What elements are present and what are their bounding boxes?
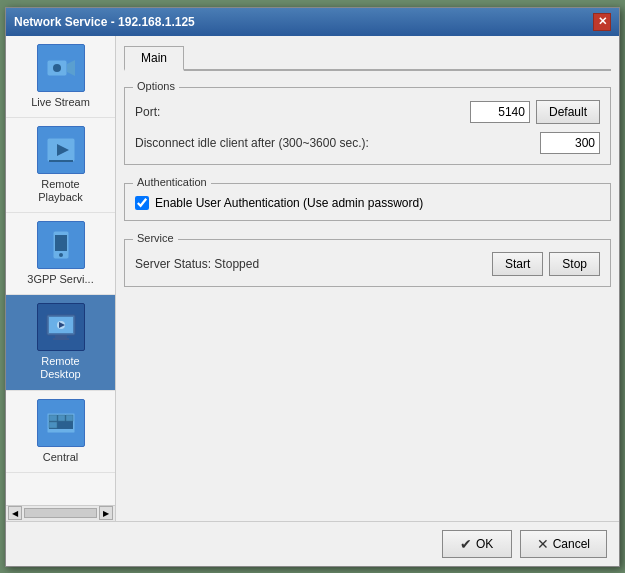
sidebar-item-label: RemotePlayback: [38, 178, 83, 204]
svg-marker-1: [67, 60, 75, 76]
window-title: Network Service - 192.168.1.125: [14, 15, 195, 29]
stop-button[interactable]: Stop: [549, 252, 600, 276]
sidebar-item-3gpp[interactable]: 3GPP Servi...: [6, 213, 115, 295]
svg-rect-18: [58, 415, 65, 421]
sidebar-item-central[interactable]: Central: [6, 391, 115, 473]
options-group: Options Port: Default Disconnect idle cl…: [124, 87, 611, 165]
auth-checkbox[interactable]: [135, 196, 149, 210]
scroll-thumb[interactable]: [24, 508, 97, 518]
idle-label: Disconnect idle client after (300~3600 s…: [135, 136, 369, 150]
port-input[interactable]: [470, 101, 530, 123]
central-icon: [37, 399, 85, 447]
sidebar-item-label: Central: [43, 451, 78, 464]
close-button[interactable]: ✕: [593, 13, 611, 31]
main-window: Network Service - 192.168.1.125 ✕ Live S…: [5, 7, 620, 567]
idle-input[interactable]: [540, 132, 600, 154]
title-bar: Network Service - 192.168.1.125 ✕: [6, 8, 619, 36]
main-content: Main Options Port: Default: [116, 36, 619, 521]
authentication-group: Authentication Enable User Authenticatio…: [124, 183, 611, 221]
svg-rect-12: [53, 338, 69, 340]
service-status-text: Server Status: Stopped: [135, 257, 486, 271]
service-group: Service Server Status: Stopped Start Sto…: [124, 239, 611, 287]
cancel-button[interactable]: ✕ Cancel: [520, 530, 607, 558]
footer: ✔ OK ✕ Cancel: [6, 521, 619, 566]
port-label: Port:: [135, 105, 160, 119]
svg-rect-11: [55, 335, 67, 338]
svg-rect-20: [49, 422, 57, 428]
svg-point-8: [59, 253, 63, 257]
options-group-label: Options: [133, 80, 179, 92]
sidebar-item-remote-playback[interactable]: RemotePlayback: [6, 118, 115, 213]
sidebar-item-live-stream[interactable]: Live Stream: [6, 36, 115, 118]
play-icon: [37, 126, 85, 174]
cancel-x-icon: ✕: [537, 536, 549, 552]
ok-check-icon: ✔: [460, 536, 472, 552]
svg-rect-7: [55, 235, 67, 251]
sidebar-scrollbar[interactable]: ◀ ▶: [6, 505, 115, 521]
ok-button[interactable]: ✔ OK: [442, 530, 512, 558]
idle-row: Disconnect idle client after (300~3600 s…: [135, 132, 600, 154]
scroll-right-arrow[interactable]: ▶: [99, 506, 113, 520]
svg-rect-17: [49, 415, 57, 421]
sidebar-item-label: 3GPP Servi...: [27, 273, 93, 286]
cancel-label: Cancel: [553, 537, 590, 551]
camera-icon: [37, 44, 85, 92]
ok-label: OK: [476, 537, 493, 551]
svg-rect-5: [49, 160, 73, 162]
sidebar: Live Stream RemotePlayback: [6, 36, 116, 521]
scroll-left-arrow[interactable]: ◀: [8, 506, 22, 520]
window-body: Live Stream RemotePlayback: [6, 36, 619, 521]
service-row: Server Status: Stopped Start Stop: [135, 252, 600, 276]
default-button[interactable]: Default: [536, 100, 600, 124]
auth-checkbox-label[interactable]: Enable User Authentication (Use admin pa…: [155, 196, 423, 210]
sidebar-item-remote-desktop[interactable]: RemoteDesktop: [6, 295, 115, 390]
mobile-icon: [37, 221, 85, 269]
desktop-icon: [37, 303, 85, 351]
port-row: Port: Default: [135, 100, 600, 124]
panel-content: Options Port: Default Disconnect idle cl…: [124, 79, 611, 513]
start-button[interactable]: Start: [492, 252, 543, 276]
svg-point-2: [53, 64, 61, 72]
svg-rect-19: [66, 415, 73, 421]
service-group-label: Service: [133, 232, 178, 244]
sidebar-item-label: RemoteDesktop: [40, 355, 80, 381]
sidebar-item-label: Live Stream: [31, 96, 90, 109]
sidebar-scroll[interactable]: Live Stream RemotePlayback: [6, 36, 115, 505]
tab-main[interactable]: Main: [124, 46, 184, 71]
authentication-group-label: Authentication: [133, 176, 211, 188]
tab-bar: Main: [124, 44, 611, 71]
auth-checkbox-row: Enable User Authentication (Use admin pa…: [135, 196, 600, 210]
